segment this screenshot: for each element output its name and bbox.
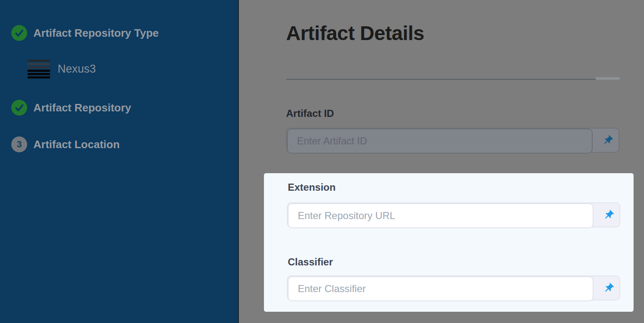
field-label: Extension — [288, 182, 336, 193]
step-label: Artifact Location — [33, 138, 120, 151]
page-title: Artifact Details — [286, 22, 424, 45]
extension-input[interactable] — [288, 203, 593, 228]
sidebar-step-artifact-location[interactable]: 3 Artifact Location — [11, 136, 120, 152]
pin-button[interactable] — [597, 129, 619, 152]
sidebar-item-nexus3[interactable]: Nexus3 — [28, 59, 96, 79]
pin-button[interactable] — [598, 203, 619, 227]
pin-icon — [601, 280, 616, 296]
selected-repository-type-label: Nexus3 — [58, 63, 96, 76]
wizard-screen: Artifact Repository Type Nexus3 Artifact… — [0, 0, 644, 323]
step-number: 3 — [17, 139, 22, 150]
wizard-sidebar: Artifact Repository Type Nexus3 Artifact… — [0, 0, 239, 323]
pin-icon — [601, 207, 616, 223]
pin-button[interactable] — [598, 276, 619, 300]
field-label: Classifier — [288, 256, 333, 268]
sidebar-step-artifact-repository-type[interactable]: Artifact Repository Type — [11, 25, 159, 41]
step-label: Artifact Repository Type — [33, 27, 159, 40]
check-circle-icon — [11, 25, 27, 41]
input-group — [287, 275, 620, 300]
field-label: Artifact ID — [286, 108, 334, 119]
sidebar-step-artifact-repository[interactable]: Artifact Repository — [11, 100, 131, 116]
input-group — [287, 202, 620, 227]
section-divider — [286, 79, 619, 80]
nexus3-logo-icon — [28, 60, 50, 78]
main-content: Artifact Details Artifact ID Extension — [239, 0, 644, 323]
pin-icon — [600, 132, 616, 148]
scrollbar-thumb[interactable] — [596, 77, 620, 80]
tour-highlight-panel: Extension Classifier — [264, 173, 634, 312]
check-circle-icon — [11, 100, 27, 116]
classifier-input[interactable] — [288, 276, 593, 301]
step-label: Artifact Repository — [33, 101, 131, 114]
artifact-id-input[interactable] — [287, 129, 593, 154]
input-group — [286, 128, 619, 153]
step-number-badge: 3 — [11, 136, 27, 152]
